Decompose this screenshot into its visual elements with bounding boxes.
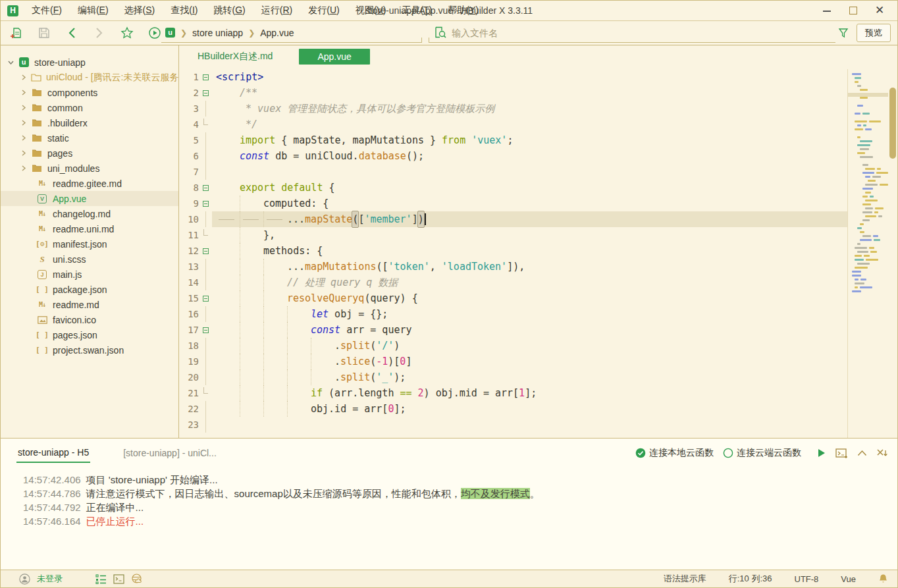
preview-button[interactable]: 预览 <box>857 24 891 42</box>
terminal-icon[interactable] <box>113 574 124 584</box>
code-line-23[interactable]: 23 <box>179 417 897 433</box>
login-status[interactable]: 未登录 <box>37 573 63 585</box>
syntax-lib-label[interactable]: 语法提示库 <box>664 573 706 585</box>
menu-item-view[interactable]: 视图(V) <box>349 3 393 18</box>
maximize-button[interactable] <box>849 6 858 15</box>
code-line-21[interactable]: 21if (arr.length == 2) obj.mid = arr[1]; <box>179 385 897 401</box>
code-line-2[interactable]: 2/** <box>179 85 897 101</box>
code-line-15[interactable]: 15resolveQueryq(query) { <box>179 290 897 306</box>
fold-marker[interactable] <box>199 85 212 101</box>
connect-remote-cloud-fn[interactable]: 连接云端云函数 <box>723 447 801 459</box>
code-editor[interactable]: 1<script>2/**3 * vuex 管理登陆状态，具体可以参考官方登陆模… <box>179 68 897 438</box>
chevron-right-icon[interactable] <box>20 150 27 156</box>
code-line-22[interactable]: 22obj.id = arr[0]; <box>179 401 897 417</box>
chevron-right-icon[interactable] <box>20 135 27 141</box>
file-search-field[interactable] <box>429 23 835 43</box>
tree-item-unicloud-[interactable]: uniCloud - [腾讯云:未关联云服务空 <box>1 70 178 85</box>
code-line-7[interactable]: 7 <box>179 164 897 180</box>
fold-marker[interactable] <box>199 196 212 211</box>
connect-local-cloud-fn[interactable]: 连接本地云函数 <box>635 447 714 459</box>
menu-item-help[interactable]: 帮助(Y) <box>441 3 485 18</box>
forward-icon[interactable] <box>93 26 106 40</box>
bell-icon[interactable] <box>878 574 888 584</box>
menu-item-tools[interactable]: 工具(T) <box>395 3 438 18</box>
tree-item-app.vue[interactable]: VApp.vue <box>1 191 178 206</box>
menu-item-find[interactable]: 查找(I) <box>164 3 204 18</box>
breadcrumb-file[interactable]: App.vue <box>260 28 294 38</box>
code-line-4[interactable]: 4 */ <box>179 117 897 132</box>
tree-item-readme.uni.md[interactable]: M↓readme.uni.md <box>1 221 178 236</box>
code-line-5[interactable]: 5import { mapState, mapMutations } from … <box>179 132 897 148</box>
cursor-position[interactable]: 行:10 列:36 <box>729 573 772 585</box>
scrollbar-thumb[interactable] <box>889 88 896 159</box>
task-list-icon[interactable] <box>95 574 107 584</box>
code-line-10[interactable]: 10...mapState(['member']) <box>179 211 897 227</box>
fold-marker[interactable] <box>199 322 212 338</box>
new-file-icon[interactable] <box>10 26 23 40</box>
fold-marker[interactable] <box>199 69 212 85</box>
tree-item-favicon.ico[interactable]: favicon.ico <box>1 312 178 327</box>
cloud-icon[interactable] <box>131 574 144 584</box>
tree-item-uni.scss[interactable]: Suni.scss <box>1 252 178 267</box>
close-panel-icon[interactable] <box>876 448 888 458</box>
code-line-20[interactable]: 20.split('_'); <box>179 369 897 385</box>
code-line-17[interactable]: 17const arr = query <box>179 322 897 338</box>
tree-item-pages.json[interactable]: [ ]pages.json <box>1 327 178 342</box>
code-line-18[interactable]: 18.split('/') <box>179 338 897 354</box>
chevron-right-icon[interactable] <box>20 74 27 80</box>
filter-funnel-icon[interactable] <box>838 28 849 38</box>
new-terminal-icon[interactable] <box>835 448 848 459</box>
tree-item-.hbuilderx[interactable]: .hbuilderx <box>1 115 178 130</box>
tree-item-project.swan.json[interactable]: [ ]project.swan.json <box>1 342 178 358</box>
menu-item-goto[interactable]: 跳转(G) <box>207 3 252 18</box>
back-icon[interactable] <box>65 26 78 40</box>
tree-item-common[interactable]: common <box>1 100 178 115</box>
collapse-panel-icon[interactable] <box>857 450 867 456</box>
chevron-right-icon[interactable] <box>20 120 27 126</box>
breadcrumb-project[interactable]: store uniapp <box>192 28 243 38</box>
editor-tab-app.vue[interactable]: App.vue <box>299 49 369 65</box>
console-tab-h5[interactable]: store-uniapp - H5 <box>16 443 90 463</box>
tree-item-uni_modules[interactable]: uni_modules <box>1 161 178 176</box>
tree-item-pages[interactable]: pages <box>1 146 178 161</box>
tree-item-readme.gitee.md[interactable]: M↓readme.gitee.md <box>1 176 178 191</box>
breadcrumb[interactable]: u ❯ store uniapp ❯ App.vue <box>161 23 422 43</box>
tree-item-components[interactable]: components <box>1 85 178 100</box>
language-mode[interactable]: Vue <box>841 574 856 584</box>
code-line-9[interactable]: 9computed: { <box>179 196 897 211</box>
search-input[interactable] <box>452 28 830 38</box>
menu-item-select[interactable]: 选择(S) <box>118 3 162 18</box>
tree-item-store-uniapp[interactable]: ustore-uniapp <box>1 55 178 70</box>
code-line-3[interactable]: 3 * vuex 管理登陆状态，具体可以参考官方登陆模板示例 <box>179 101 897 117</box>
tree-item-readme.md[interactable]: M↓readme.md <box>1 297 178 312</box>
favorite-icon[interactable] <box>120 26 134 40</box>
avatar-icon[interactable] <box>19 574 30 585</box>
menu-item-edit[interactable]: 编辑(E) <box>71 3 115 18</box>
console-tab-unicloud[interactable]: [store-uniapp] - uniCl... <box>122 444 218 462</box>
chevron-down-icon[interactable] <box>7 60 14 65</box>
fold-marker[interactable] <box>199 243 212 259</box>
tree-item-main.js[interactable]: Jmain.js <box>1 267 178 282</box>
fold-marker[interactable] <box>199 180 212 196</box>
run-log-icon[interactable] <box>817 448 826 458</box>
menu-item-file[interactable]: 文件(F) <box>25 3 68 18</box>
minimap[interactable] <box>847 69 888 438</box>
code-line-14[interactable]: 14// 处理 query q 数据 <box>179 275 897 290</box>
tree-item-changelog.md[interactable]: M↓changelog.md <box>1 206 178 221</box>
editor-tab-hbuilderx.md[interactable]: HBuilderX自述.md <box>196 48 274 65</box>
menu-item-run[interactable]: 运行(R) <box>255 3 299 18</box>
tree-item-package.json[interactable]: [ ]package.json <box>1 282 178 297</box>
code-line-19[interactable]: 19.slice(-1)[0] <box>179 354 897 369</box>
save-icon[interactable] <box>38 26 51 40</box>
chevron-right-icon[interactable] <box>20 165 27 171</box>
code-line-8[interactable]: 8export default { <box>179 180 897 196</box>
close-button[interactable]: ✕ <box>875 6 884 15</box>
code-line-11[interactable]: 11}, <box>179 227 897 243</box>
code-line-12[interactable]: 12methods: { <box>179 243 897 259</box>
minimize-button[interactable] <box>822 6 832 15</box>
chevron-right-icon[interactable] <box>20 105 27 111</box>
tree-item-static[interactable]: static <box>1 130 178 146</box>
tree-item-manifest.json[interactable]: [⚙]manifest.json <box>1 236 178 252</box>
code-line-16[interactable]: 16let obj = {}; <box>179 306 897 322</box>
code-line-13[interactable]: 13...mapMutations(['token', 'loadToken']… <box>179 259 897 275</box>
